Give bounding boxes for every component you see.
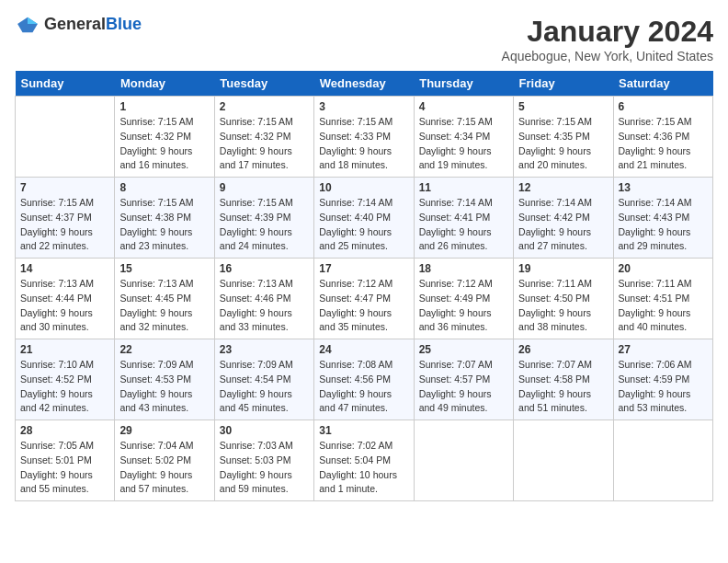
cell-3-3: 24Sunrise: 7:08 AMSunset: 4:56 PMDayligh… (314, 339, 414, 420)
sunrise-text: Sunrise: 7:15 AM (319, 115, 408, 130)
day-number: 29 (119, 424, 209, 437)
cell-4-4 (414, 420, 513, 501)
day-info: Sunrise: 7:07 AMSunset: 4:58 PMDaylight:… (518, 358, 608, 416)
day-number: 30 (220, 424, 309, 437)
col-friday: Friday (514, 71, 613, 97)
daylight-text: Daylight: 9 hours and 59 minutes. (220, 468, 309, 498)
sunrise-text: Sunrise: 7:14 AM (518, 196, 608, 211)
sunset-text: Sunset: 4:57 PM (419, 373, 508, 387)
col-wednesday: Wednesday (314, 71, 414, 97)
day-info: Sunrise: 7:12 AMSunset: 4:49 PMDaylight:… (419, 277, 508, 335)
day-number: 24 (319, 343, 408, 356)
sunrise-text: Sunrise: 7:15 AM (518, 115, 608, 130)
sunrise-text: Sunrise: 7:10 AM (20, 358, 109, 373)
daylight-text: Daylight: 9 hours and 47 minutes. (319, 387, 408, 417)
day-info: Sunrise: 7:13 AMSunset: 4:44 PMDaylight:… (20, 277, 109, 335)
day-info: Sunrise: 7:14 AMSunset: 4:40 PMDaylight:… (319, 196, 408, 254)
sunset-text: Sunset: 5:04 PM (319, 454, 408, 468)
day-info: Sunrise: 7:11 AMSunset: 4:50 PMDaylight:… (518, 277, 608, 335)
day-info: Sunrise: 7:15 AMSunset: 4:38 PMDaylight:… (119, 196, 209, 254)
daylight-text: Daylight: 9 hours and 49 minutes. (419, 387, 508, 417)
cell-3-1: 22Sunrise: 7:09 AMSunset: 4:53 PMDayligh… (115, 339, 214, 420)
sunset-text: Sunset: 4:44 PM (20, 292, 109, 306)
day-number: 14 (20, 262, 109, 275)
sunrise-text: Sunrise: 7:14 AM (619, 196, 708, 211)
cell-4-6 (613, 420, 712, 501)
col-sunday: Sunday (16, 71, 115, 97)
day-number: 9 (220, 181, 309, 194)
day-info: Sunrise: 7:12 AMSunset: 4:47 PMDaylight:… (319, 277, 408, 335)
cell-4-2: 30Sunrise: 7:03 AMSunset: 5:03 PMDayligh… (214, 420, 313, 501)
sunset-text: Sunset: 4:47 PM (319, 292, 408, 306)
day-info: Sunrise: 7:10 AMSunset: 4:52 PMDaylight:… (20, 358, 109, 416)
sunset-text: Sunset: 5:03 PM (220, 454, 309, 468)
day-info: Sunrise: 7:15 AMSunset: 4:34 PMDaylight:… (419, 115, 508, 173)
daylight-text: Daylight: 9 hours and 45 minutes. (220, 387, 309, 417)
logo: GeneralBlue (15, 15, 142, 34)
daylight-text: Daylight: 9 hours and 53 minutes. (619, 387, 708, 417)
day-number: 25 (419, 343, 508, 356)
logo-icon (15, 16, 40, 34)
cell-1-6: 13Sunrise: 7:14 AMSunset: 4:43 PMDayligh… (613, 178, 712, 259)
day-info: Sunrise: 7:15 AMSunset: 4:33 PMDaylight:… (319, 115, 408, 173)
day-number: 22 (119, 343, 209, 356)
sunrise-text: Sunrise: 7:13 AM (220, 277, 309, 292)
sunrise-text: Sunrise: 7:09 AM (220, 358, 309, 373)
sunset-text: Sunset: 4:36 PM (619, 130, 708, 144)
day-info: Sunrise: 7:15 AMSunset: 4:35 PMDaylight:… (518, 115, 608, 173)
day-number: 2 (220, 100, 309, 113)
day-number: 17 (319, 262, 408, 275)
day-info: Sunrise: 7:15 AMSunset: 4:36 PMDaylight:… (619, 115, 708, 173)
sunset-text: Sunset: 5:01 PM (20, 454, 109, 468)
day-info: Sunrise: 7:15 AMSunset: 4:32 PMDaylight:… (119, 115, 209, 173)
sunset-text: Sunset: 4:46 PM (220, 292, 309, 306)
cell-1-4: 11Sunrise: 7:14 AMSunset: 4:41 PMDayligh… (414, 178, 513, 259)
daylight-text: Daylight: 9 hours and 38 minutes. (518, 306, 608, 336)
day-info: Sunrise: 7:13 AMSunset: 4:46 PMDaylight:… (220, 277, 309, 335)
day-info: Sunrise: 7:09 AMSunset: 4:53 PMDaylight:… (119, 358, 209, 416)
day-number: 13 (619, 181, 708, 194)
sunset-text: Sunset: 4:35 PM (518, 130, 608, 144)
calendar-title: January 2024 (502, 15, 713, 49)
cell-0-2: 2Sunrise: 7:15 AMSunset: 4:32 PMDaylight… (214, 97, 313, 178)
sunrise-text: Sunrise: 7:09 AM (119, 358, 209, 373)
col-tuesday: Tuesday (214, 71, 313, 97)
sunrise-text: Sunrise: 7:11 AM (518, 277, 608, 292)
day-number: 6 (619, 100, 708, 113)
cell-4-3: 31Sunrise: 7:02 AMSunset: 5:04 PMDayligh… (314, 420, 414, 501)
sunrise-text: Sunrise: 7:03 AM (220, 439, 309, 454)
logo-general-text: General (44, 15, 106, 33)
sunrise-text: Sunrise: 7:15 AM (220, 196, 309, 211)
sunset-text: Sunset: 4:37 PM (20, 211, 109, 225)
day-number: 16 (220, 262, 309, 275)
cell-3-5: 26Sunrise: 7:07 AMSunset: 4:58 PMDayligh… (514, 339, 613, 420)
sunset-text: Sunset: 4:45 PM (119, 292, 209, 306)
sunrise-text: Sunrise: 7:15 AM (20, 196, 109, 211)
week-row-1: 1Sunrise: 7:15 AMSunset: 4:32 PMDaylight… (16, 97, 713, 178)
sunrise-text: Sunrise: 7:15 AM (119, 115, 209, 130)
logo-blue-text: Blue (106, 15, 142, 33)
day-info: Sunrise: 7:06 AMSunset: 4:59 PMDaylight:… (619, 358, 708, 416)
cell-1-2: 9Sunrise: 7:15 AMSunset: 4:39 PMDaylight… (214, 178, 313, 259)
sunrise-text: Sunrise: 7:15 AM (419, 115, 508, 130)
week-row-4: 21Sunrise: 7:10 AMSunset: 4:52 PMDayligh… (16, 339, 713, 420)
cell-0-3: 3Sunrise: 7:15 AMSunset: 4:33 PMDaylight… (314, 97, 414, 178)
day-number: 26 (518, 343, 608, 356)
sunset-text: Sunset: 4:42 PM (518, 211, 608, 225)
day-number: 10 (319, 181, 408, 194)
daylight-text: Daylight: 9 hours and 24 minutes. (220, 225, 309, 255)
day-info: Sunrise: 7:03 AMSunset: 5:03 PMDaylight:… (220, 439, 309, 497)
day-info: Sunrise: 7:02 AMSunset: 5:04 PMDaylight:… (319, 439, 408, 497)
day-info: Sunrise: 7:13 AMSunset: 4:45 PMDaylight:… (119, 277, 209, 335)
day-number: 19 (518, 262, 608, 275)
day-number: 23 (220, 343, 309, 356)
cell-0-1: 1Sunrise: 7:15 AMSunset: 4:32 PMDaylight… (115, 97, 214, 178)
daylight-text: Daylight: 9 hours and 29 minutes. (619, 225, 708, 255)
sunset-text: Sunset: 4:43 PM (619, 211, 708, 225)
daylight-text: Daylight: 9 hours and 35 minutes. (319, 306, 408, 336)
sunset-text: Sunset: 4:58 PM (518, 373, 608, 387)
cell-3-2: 23Sunrise: 7:09 AMSunset: 4:54 PMDayligh… (214, 339, 313, 420)
sunrise-text: Sunrise: 7:13 AM (20, 277, 109, 292)
sunrise-text: Sunrise: 7:06 AM (619, 358, 708, 373)
cell-2-3: 17Sunrise: 7:12 AMSunset: 4:47 PMDayligh… (314, 259, 414, 339)
